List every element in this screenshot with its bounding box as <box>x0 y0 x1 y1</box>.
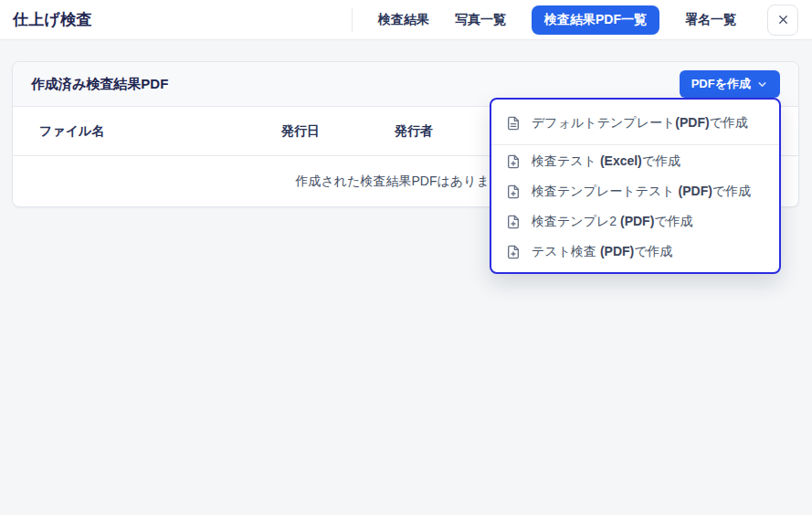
create-pdf-button[interactable]: PDFを作成 <box>680 70 780 98</box>
file-plus-icon <box>506 184 521 199</box>
menu-item-kensa-template2-pdf[interactable]: 検査テンプレ2 (PDF)で作成 <box>491 206 779 237</box>
file-plus-icon <box>506 245 521 259</box>
menu-item-default-template[interactable]: デフォルトテンプレート(PDF)で作成 <box>491 102 779 143</box>
menu-item-kensa-template-test-pdf[interactable]: 検査テンプレートテスト (PDF)で作成 <box>491 176 779 206</box>
top-bar-right: 検査結果 写真一覧 検査結果PDF一覧 署名一覧 <box>352 5 798 36</box>
create-pdf-dropdown-menu: デフォルトテンプレート(PDF)で作成 検査テスト (Excel)で作成 <box>490 98 781 274</box>
tab-photo-list[interactable]: 写真一覧 <box>455 5 506 35</box>
card-title: 作成済み検査結果PDF <box>31 76 168 93</box>
file-plus-icon <box>506 154 521 169</box>
create-pdf-button-label: PDFを作成 <box>691 76 751 92</box>
menu-item-label: 検査テンプレートテスト (PDF)で作成 <box>532 184 751 200</box>
file-text-icon <box>506 116 521 131</box>
menu-item-label: 検査テスト (Excel)で作成 <box>532 153 680 170</box>
menu-item-label: 検査テンプレ2 (PDF)で作成 <box>532 214 693 230</box>
tab-inspection-pdf-list[interactable]: 検査結果PDF一覧 <box>532 5 659 35</box>
tab-inspection-results[interactable]: 検査結果 <box>378 5 429 35</box>
column-header-filename: ファイル名 <box>13 123 281 140</box>
chevron-down-icon <box>756 79 768 90</box>
menu-divider <box>491 144 779 145</box>
menu-item-label: テスト検査 (PDF)で作成 <box>532 244 673 260</box>
menu-item-test-kensa-pdf[interactable]: テスト検査 (PDF)で作成 <box>491 237 779 267</box>
file-plus-icon <box>506 215 521 229</box>
tab-signature-list[interactable]: 署名一覧 <box>685 5 736 35</box>
close-icon <box>776 13 790 26</box>
menu-item-label: デフォルトテンプレート(PDF)で作成 <box>532 115 748 132</box>
menu-item-kensa-test-excel[interactable]: 検査テスト (Excel)で作成 <box>491 146 779 176</box>
top-bar: 仕上げ検査 検査結果 写真一覧 検査結果PDF一覧 署名一覧 <box>0 0 812 40</box>
header-divider <box>352 8 353 32</box>
page-title: 仕上げ検査 <box>13 9 92 30</box>
close-button[interactable] <box>767 5 798 36</box>
content-area: 作成済み検査結果PDF PDFを作成 ファイル名 発行日 発行者 作成された検査… <box>0 40 812 515</box>
tab-bar: 検査結果 写真一覧 検査結果PDF一覧 署名一覧 <box>378 5 736 35</box>
column-header-issue-date: 発行日 <box>281 123 395 140</box>
